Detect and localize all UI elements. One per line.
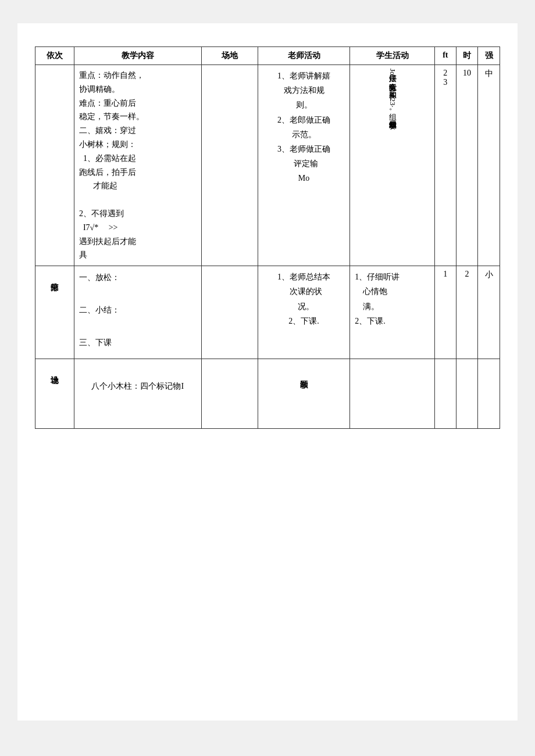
shi-cell-2: 2	[456, 266, 478, 359]
changdi-cell-3	[201, 359, 258, 429]
content-row-1: 重点：动作自然， 协调精确。 难点：重心前后 稳定，节奏一样。 二、嬉戏：穿过 …	[35, 65, 500, 266]
changdi-cell-2	[201, 266, 258, 359]
xuesheng-text-1: 仔嬉法Jo·练竞竞生听方、如生和、·123·组。学细戏和学习赛分	[355, 69, 430, 115]
yici-cell-2: 结束部分	[35, 266, 74, 359]
jiaoxue-text-2: 一、放松： 二、小结： 三、下课	[79, 270, 197, 351]
header-ft: ft	[435, 47, 456, 65]
page: 依次 教学内容 场地 老师活动 学生活动 ft 时 强 重点：动作自然， 协调精…	[17, 23, 518, 721]
qiang-value-1: 中	[485, 69, 493, 78]
jiaoxue-text-3: 八个小木柱：四个标记物I	[79, 363, 197, 393]
shi-value-2: 2	[465, 270, 469, 278]
header-jiaoxue: 教学内容	[74, 47, 201, 65]
main-table: 依次 教学内容 场地 老师活动 学生活动 ft 时 强 重点：动作自然， 协调精…	[35, 46, 500, 429]
header-shi: 时	[456, 47, 478, 65]
changdi-cell-1	[201, 65, 258, 266]
shi-value-1: 10	[463, 69, 471, 77]
laoshi-text-1: 1、老师讲解嬉 戏方法和规 则。 2、老郎做正确 示范。 3、老师做正确 评定输…	[263, 69, 345, 186]
shi-cell-3	[456, 359, 478, 429]
ft-cell-3	[435, 359, 456, 429]
qiang-value-2: 小	[485, 270, 493, 279]
xuesheng-cell-1: 仔嬉法Jo·练竞竞生听方、如生和、·123·组。学细戏和学习赛分	[350, 65, 435, 266]
yici-cell-3: 场地设计	[35, 359, 74, 429]
ft-cell-1: 2 3	[435, 65, 456, 266]
jiaoxue-cell-1: 重点：动作自然， 协调精确。 难点：重心前后 稳定，节奏一样。 二、嬉戏：穿过 …	[74, 65, 201, 266]
header-xuesheng: 学生活动	[350, 47, 435, 65]
jiaoxue-cell-3: 八个小木柱：四个标记物I	[74, 359, 201, 429]
header-changdi: 场地	[201, 47, 258, 65]
ft-value-2: 1	[443, 270, 447, 278]
laoshi-text-2: 1、老师总结本 次课的状 况。 2、下课.	[263, 270, 345, 328]
header-laoshi: 老师活动	[258, 47, 350, 65]
header-row: 依次 教学内容 场地 老师活动 学生活动 ft 时 强	[35, 47, 500, 65]
ft-value-1a: 2	[443, 69, 447, 78]
qiang-cell-3	[478, 359, 500, 429]
shi-cell-1: 10	[456, 65, 478, 266]
header-yici: 依次	[35, 47, 74, 65]
xuesheng-cell-2: 1、仔细听讲 心情饱 满。 2、下课.	[350, 266, 435, 359]
xuesheng-text-2: 1、仔细听讲 心情饱 满。 2、下课.	[355, 270, 430, 328]
laoshi-cell-1: 1、老师讲解嬉 戏方法和规 则。 2、老郎做正确 示范。 3、老师做正确 评定输…	[258, 65, 350, 266]
laoshi-text-3: 教学回顾	[299, 363, 309, 374]
laoshi-cell-2: 1、老师总结本 次课的状 况。 2、下课.	[258, 266, 350, 359]
xuesheng-cell-3	[350, 359, 435, 429]
jiaoxue-text-1: 重点：动作自然， 协调精确。 难点：重心前后 稳定，节奏一样。 二、嬉戏：穿过 …	[79, 69, 197, 262]
qiang-cell-2: 小	[478, 266, 500, 359]
laoshi-cell-3: 教学回顾	[258, 359, 350, 429]
qiang-cell-1: 中	[478, 65, 500, 266]
jiaoxue-cell-2: 一、放松： 二、小结： 三、下课	[74, 266, 201, 359]
ft-value-1b: 3	[443, 78, 447, 87]
content-row-2: 结束部分 一、放松： 二、小结： 三、下课 1、老师总结本 次课的状	[35, 266, 500, 359]
ft-cell-2: 1	[435, 266, 456, 359]
header-qiang: 强	[478, 47, 500, 65]
yici-cell-1	[35, 65, 74, 266]
content-row-3: 场地设计 八个小木柱：四个标记物I 教学回顾	[35, 359, 500, 429]
